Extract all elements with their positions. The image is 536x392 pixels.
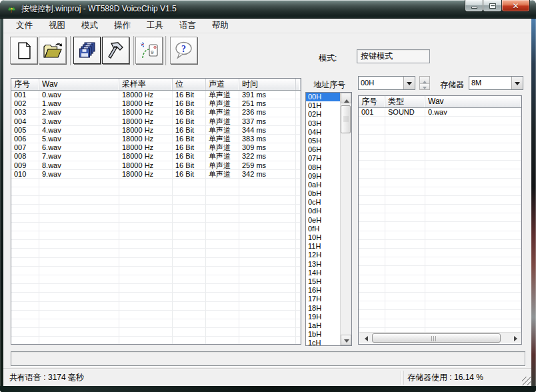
column-header[interactable]: 声道 — [206, 79, 239, 90]
address-list-item[interactable]: 04H — [306, 128, 340, 137]
new-project-button[interactable] — [10, 37, 37, 64]
build-button[interactable] — [102, 37, 129, 64]
address-list-item[interactable]: 05H — [306, 137, 340, 145]
address-list-item[interactable]: 0fH — [306, 225, 340, 233]
address-list-item[interactable]: 03H — [306, 119, 340, 128]
address-list-scrollbar[interactable] — [340, 93, 351, 345]
address-list-item[interactable]: 17H — [306, 295, 340, 303]
menu-item-6[interactable]: 帮助 — [205, 19, 235, 33]
column-header[interactable]: 序号 — [11, 79, 39, 90]
address-list-item[interactable]: 10H — [306, 233, 340, 242]
column-header[interactable]: 类型 — [385, 96, 425, 107]
column-header[interactable]: 时间 — [239, 79, 296, 90]
cell: 16 Bit — [173, 170, 206, 179]
memory-combobox[interactable]: 8M — [469, 76, 523, 90]
address-list-item[interactable]: 1aH — [306, 321, 340, 330]
column-header[interactable]: Wav — [39, 79, 119, 90]
spinner-down-icon[interactable] — [420, 83, 429, 90]
address-list-item[interactable]: 18H — [306, 304, 340, 313]
scroll-right-icon[interactable] — [510, 333, 521, 343]
help-button[interactable]: ? — [170, 37, 197, 64]
chevron-down-icon[interactable] — [403, 77, 415, 89]
voice-table-hscrollbar[interactable] — [359, 332, 521, 343]
address-list-item[interactable]: 11H — [306, 242, 340, 251]
cell — [359, 310, 385, 319]
address-combobox[interactable]: 00H — [358, 76, 415, 90]
open-project-button[interactable] — [39, 37, 66, 64]
address-list-item[interactable]: 1bH — [306, 330, 340, 339]
chevron-down-icon[interactable] — [511, 77, 523, 89]
scrollbar-thumb[interactable] — [372, 333, 501, 343]
cell — [39, 311, 119, 319]
address-list-item[interactable]: 15H — [306, 277, 340, 286]
cell: 010 — [11, 170, 39, 179]
column-header[interactable]: 序号 — [359, 96, 385, 107]
address-list-item[interactable]: 07H — [306, 154, 340, 163]
maximize-button[interactable] — [483, 0, 502, 12]
resize-grip[interactable] — [522, 377, 531, 385]
close-button[interactable]: ✕ — [501, 0, 530, 12]
address-list-item[interactable]: 08H — [306, 163, 340, 172]
cell — [206, 249, 239, 257]
cell — [296, 337, 301, 344]
cell — [173, 249, 206, 257]
download-chip-button[interactable]: 9 — [135, 37, 163, 64]
cell — [296, 152, 301, 161]
address-list-item[interactable]: 1cH — [306, 339, 340, 345]
address-list-item[interactable]: 0cH — [306, 198, 340, 207]
cell: 391 ms — [239, 91, 296, 99]
address-list-item[interactable]: 13H — [306, 260, 340, 269]
wav-table-row[interactable]: 0043.wav18000 Hz16 Bit单声道337 ms — [11, 117, 301, 126]
wav-table-row[interactable]: 0087.wav18000 Hz16 Bit单声道322 ms — [11, 152, 301, 161]
scroll-left-icon[interactable] — [359, 333, 370, 343]
menu-item-1[interactable]: 视图 — [42, 19, 72, 33]
menu-item-4[interactable]: 工具 — [140, 19, 170, 33]
cell: 单声道 — [206, 126, 239, 135]
menu-item-5[interactable]: 语言 — [173, 19, 203, 33]
wav-table-row[interactable]: 0109.wav18000 Hz16 Bit单声道342 ms — [11, 170, 301, 179]
wav-table-row[interactable]: 0054.wav18000 Hz16 Bit单声道344 ms — [11, 126, 301, 135]
address-list-item[interactable]: 06H — [306, 145, 340, 154]
address-list-item[interactable]: 0dH — [306, 207, 340, 215]
cell: 18000 Hz — [119, 170, 173, 179]
memory-usage-status: 存储器使用 : 16.14 % — [403, 371, 529, 385]
menu-item-3[interactable]: 操作 — [107, 19, 137, 33]
wav-table-row[interactable]: 0065.wav18000 Hz16 Bit单声道383 ms — [11, 135, 301, 143]
minimize-button[interactable] — [465, 0, 483, 12]
address-list-item[interactable]: 16H — [306, 286, 340, 295]
scroll-up-icon[interactable] — [341, 93, 351, 103]
address-listbox[interactable]: 00H01H02H03H04H05H06H07H08H09H0aH0bH0cH0… — [305, 92, 352, 346]
address-list-item[interactable]: 01H — [306, 101, 340, 110]
address-list-item[interactable]: 09H — [306, 172, 340, 181]
address-list-item[interactable]: 19H — [306, 313, 340, 321]
address-spinner[interactable] — [419, 76, 430, 90]
wav-table-row[interactable]: 0076.wav18000 Hz16 Bit单声道309 ms — [11, 143, 301, 152]
title-bar[interactable]: 按键控制.winproj - WT588D VoiceChip V1.5 ✕ — [0, 0, 536, 19]
cell — [296, 187, 301, 196]
cell — [425, 196, 521, 205]
scroll-down-icon[interactable] — [341, 335, 351, 345]
menu-item-2[interactable]: 模式 — [75, 19, 105, 33]
address-list-item[interactable]: 0bH — [306, 189, 340, 198]
column-header[interactable]: Wav — [425, 96, 521, 107]
column-header[interactable]: 位 — [173, 79, 206, 90]
wav-table-row[interactable]: 0098.wav18000 Hz16 Bit单声道259 ms — [11, 161, 301, 170]
address-list-item[interactable]: 02H — [306, 110, 340, 119]
cell — [359, 257, 385, 266]
spinner-up-icon[interactable] — [420, 77, 429, 83]
cell — [239, 267, 296, 275]
voice-table-row[interactable]: 001SOUND0.wav — [359, 108, 521, 117]
address-list-item[interactable]: 0aH — [306, 181, 340, 189]
cell — [425, 143, 521, 152]
wav-table-row[interactable]: 0010.wav18000 Hz16 Bit单声道391 ms — [11, 91, 301, 99]
address-list-item[interactable]: 12H — [306, 251, 340, 259]
compile-button[interactable] — [73, 37, 101, 64]
address-list-item[interactable]: 0eH — [306, 216, 340, 225]
wav-table-row[interactable]: 0032.wav18000 Hz16 Bit单声道236 ms — [11, 108, 301, 117]
scrollbar-thumb[interactable] — [341, 105, 351, 133]
menu-item-0[interactable]: 文件 — [9, 19, 39, 33]
wav-table-row[interactable]: 0021.wav18000 Hz16 Bit单声道251 ms — [11, 99, 301, 108]
address-list-item[interactable]: 00H — [306, 93, 340, 101]
address-list-item[interactable]: 14H — [306, 269, 340, 277]
column-header[interactable]: 采样率 — [119, 79, 173, 90]
